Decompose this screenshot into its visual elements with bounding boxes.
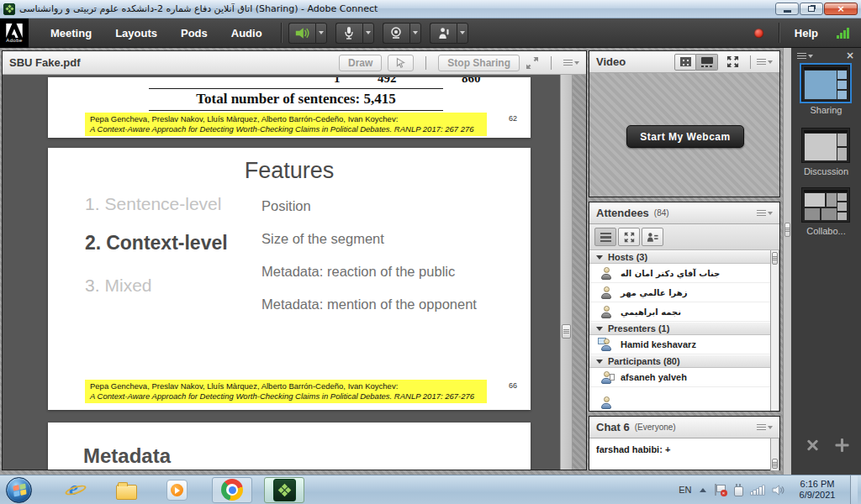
- webcam-dropdown[interactable]: [409, 23, 421, 44]
- minimize-button[interactable]: [775, 3, 799, 15]
- menu-pods[interactable]: Pods: [169, 27, 219, 39]
- table-values-row: 1 492 860: [98, 77, 485, 89]
- chat-scope: (Everyone): [635, 423, 676, 432]
- status-dropdown[interactable]: [457, 23, 468, 44]
- tray-clock[interactable]: 6:16 PM 6/9/2021: [792, 479, 843, 501]
- close-button[interactable]: ×: [824, 3, 858, 15]
- start-webcam-button[interactable]: Start My Webcam: [626, 125, 744, 148]
- menu-meeting[interactable]: Meeting: [39, 27, 103, 39]
- chat-pod: Chat 6 (Everyone) farshad habibi: +: [589, 416, 780, 470]
- full-screen-icon[interactable]: [726, 55, 739, 68]
- add-layout-icon[interactable]: [835, 438, 848, 452]
- citation-box: Pepa Gencheva, Preslav Nakov, Lluís Màrq…: [85, 380, 487, 403]
- menu-audio[interactable]: Audio: [219, 27, 274, 39]
- restore-button[interactable]: [800, 3, 823, 15]
- hosts-section-header[interactable]: Hosts (3): [589, 250, 779, 264]
- layout-tools-icon[interactable]: [806, 438, 819, 452]
- action-center-icon[interactable]: ×: [714, 484, 726, 496]
- breakout-view-button[interactable]: [618, 228, 640, 246]
- shared-document-view[interactable]: 1 492 860 Total number of sentences: 5,4…: [3, 75, 560, 470]
- grid-view-button[interactable]: [674, 54, 696, 71]
- layouts-close-icon[interactable]: ×: [846, 50, 854, 61]
- stop-sharing-button[interactable]: Stop Sharing: [438, 55, 520, 71]
- chat-scrollbar-handle[interactable]: [772, 459, 778, 469]
- toolbar-divider: [750, 55, 751, 69]
- filmstrip-view-button[interactable]: [696, 54, 718, 71]
- help-menu[interactable]: Help: [795, 27, 818, 39]
- power-icon[interactable]: [733, 484, 743, 496]
- participants-section-header[interactable]: Participants (80): [589, 354, 779, 368]
- attendees-scrollbar-handle[interactable]: [772, 252, 778, 265]
- chat-scrollbar[interactable]: [770, 438, 779, 470]
- chat-messages[interactable]: farshad habibi: +: [589, 438, 779, 470]
- microphone-button[interactable]: [335, 23, 362, 44]
- layouts-panel: × Sharing Discussion Collabo...: [791, 48, 861, 475]
- draw-button[interactable]: Draw: [339, 55, 382, 71]
- attendees-count: (84): [654, 208, 669, 218]
- layout-label[interactable]: Sharing: [791, 105, 861, 115]
- file-explorer-button[interactable]: [101, 480, 151, 500]
- attendees-list[interactable]: Hosts (3) جناب آقاي دكتر امان اله زهرا ع…: [589, 250, 779, 411]
- slide-page-number: 62: [509, 114, 517, 123]
- chat-pod-title: Chat 6: [596, 421, 630, 433]
- layout-label[interactable]: Collabo...: [791, 226, 861, 236]
- participant-user-icon: [600, 396, 613, 409]
- volume-icon[interactable]: [772, 485, 784, 496]
- meeting-stage: SBU Fake.pdf Draw Stop Sharing: [0, 48, 861, 475]
- layout-label[interactable]: Discussion: [791, 166, 861, 176]
- video-pod-menu-icon[interactable]: [757, 59, 773, 65]
- layout-thumbnail-collaboration[interactable]: [801, 187, 850, 223]
- folder-icon: [116, 485, 137, 500]
- full-screen-icon[interactable]: [526, 56, 539, 70]
- menu-layouts[interactable]: Layouts: [103, 27, 169, 39]
- attendees-scrollbar[interactable]: [770, 250, 779, 411]
- show-desktop-button[interactable]: [850, 475, 858, 504]
- internet-explorer-button[interactable]: e: [50, 479, 101, 501]
- chat-pod-menu-icon[interactable]: [757, 424, 773, 430]
- microphone-dropdown[interactable]: [362, 23, 374, 44]
- attendee-row-partial[interactable]: [589, 387, 779, 407]
- raise-hand-button[interactable]: [430, 23, 457, 44]
- host-user-icon: [600, 306, 613, 318]
- webcam-button[interactable]: [383, 23, 409, 44]
- speaker-button[interactable]: [288, 23, 315, 44]
- adobe-logo[interactable]: Adobe: [0, 18, 29, 48]
- presenters-section-header[interactable]: Presenters (1): [589, 322, 779, 335]
- list-view-icon: [600, 233, 611, 242]
- attendee-row[interactable]: Hamid keshavarz: [589, 335, 779, 354]
- attendee-status-view-button[interactable]: [642, 228, 663, 246]
- attendee-row[interactable]: زهرا عالمي مهر: [589, 283, 779, 302]
- microphone-icon: [343, 26, 355, 39]
- layouts-menu-icon[interactable]: [797, 53, 813, 59]
- network-icon[interactable]: [751, 485, 765, 495]
- attendees-pod-menu-icon[interactable]: [757, 210, 773, 216]
- pointer-button[interactable]: [388, 55, 414, 71]
- video-pod-title: Video: [596, 55, 626, 68]
- stage-scrollbar-handle[interactable]: [784, 223, 790, 237]
- share-scrollbar-handle[interactable]: [562, 324, 571, 339]
- chrome-icon: [221, 479, 243, 501]
- language-indicator[interactable]: EN: [679, 485, 691, 495]
- attendee-row[interactable]: نجمه ابراهيمي: [589, 302, 779, 322]
- attendee-row[interactable]: جناب آقاي دكتر امان اله: [589, 264, 779, 283]
- chevron-down-icon: [413, 31, 418, 34]
- stage-scrollbar[interactable]: [783, 48, 791, 475]
- media-player-button[interactable]: [151, 480, 202, 501]
- show-hidden-icons-button[interactable]: [700, 488, 706, 492]
- adobe-connect-window: اتاق آنلاین دفاع شماره 2-دانشکده علوم تر…: [0, 0, 861, 504]
- connection-status-icon[interactable]: [837, 27, 849, 39]
- layout-thumbnail-sharing[interactable]: [801, 65, 850, 102]
- adobe-connect-taskbar-button[interactable]: [264, 477, 304, 503]
- recording-indicator-icon[interactable]: [754, 29, 763, 38]
- start-button[interactable]: [6, 477, 32, 503]
- chrome-taskbar-button[interactable]: [212, 477, 252, 503]
- share-pod-menu-icon[interactable]: [563, 60, 579, 66]
- share-pod: SBU Fake.pdf Draw Stop Sharing: [2, 50, 587, 470]
- windows-logo-icon: [13, 483, 26, 496]
- attendee-row[interactable]: afsaneh yalveh: [589, 368, 779, 387]
- attendee-list-view-button[interactable]: [594, 228, 616, 246]
- layout-thumbnail-discussion[interactable]: [801, 128, 850, 163]
- speaker-dropdown[interactable]: [315, 23, 327, 44]
- share-scrollbar[interactable]: [560, 75, 573, 470]
- restore-icon: [808, 6, 815, 12]
